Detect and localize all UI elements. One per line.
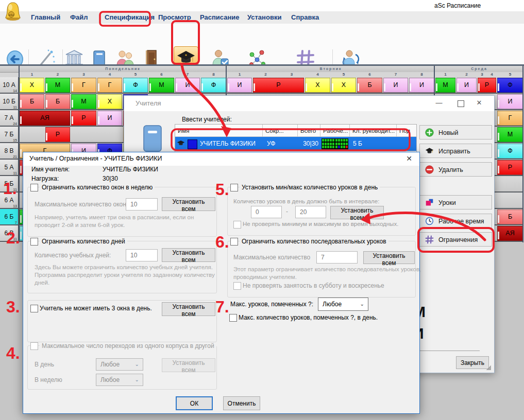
constraints-button[interactable]: Ограничения: [419, 232, 492, 247]
cancel-button[interactable]: Отменить: [223, 396, 260, 410]
col-header-name[interactable]: Имя: [175, 125, 263, 137]
timetable-cell[interactable]: И: [497, 94, 523, 109]
worktime-slot: [332, 139, 334, 142]
timetable-cell[interactable]: Х: [331, 78, 356, 93]
row-header-5Б[interactable]: 5 Б11: [0, 176, 19, 191]
per-day-select[interactable]: Любое⌄: [96, 358, 143, 371]
no-3-windows-checkbox[interactable]: [30, 305, 38, 312]
row-header-7Б[interactable]: 7 Б15: [0, 127, 19, 142]
menu-ustanovki[interactable]: Установки: [247, 13, 281, 21]
col-header-worktime[interactable]: Рабоче...: [320, 125, 350, 137]
timetable-cell[interactable]: И: [175, 78, 200, 93]
lessons-button[interactable]: Уроки: [419, 195, 492, 209]
min-lessons-input[interactable]: 0: [251, 206, 282, 218]
set-all-button[interactable]: Установить всем: [162, 197, 215, 211]
set-all-button[interactable]: Установить всем: [162, 248, 215, 262]
max-building-transfers-checkbox[interactable]: [30, 342, 38, 350]
timetable-cell[interactable]: Б: [357, 78, 382, 93]
max-marked-select[interactable]: Любое⌄: [318, 297, 368, 311]
timetable-cell[interactable]: М: [45, 78, 70, 93]
teacher-total: 30|30: [298, 140, 318, 147]
row-header-10А[interactable]: 10 А14: [0, 77, 19, 93]
delete-teacher-button[interactable]: Удалить: [419, 162, 492, 177]
min-max-lessons-checkbox[interactable]: [230, 184, 238, 191]
timetable-cell[interactable]: Х: [97, 94, 122, 109]
row-header-6Б[interactable]: 6 Б7: [0, 209, 19, 224]
timetable-cell[interactable]: Б: [45, 94, 70, 109]
skip-weekend-busy-checkbox[interactable]: [233, 282, 241, 290]
set-all-button[interactable]: Установить всем: [162, 302, 215, 316]
timetable-cell[interactable]: Х: [305, 78, 330, 93]
row-header-8В[interactable]: 8 В21: [0, 143, 19, 159]
timetable-cell[interactable]: И: [409, 78, 434, 93]
max-marked-per-day-checkbox[interactable]: [229, 314, 237, 322]
menu-fail[interactable]: Файл: [70, 13, 88, 21]
close-icon[interactable]: ✕: [404, 154, 414, 163]
max-lessons-input[interactable]: 20: [295, 206, 326, 218]
worktime-slot: [330, 146, 332, 148]
timetable-cell[interactable]: И: [457, 78, 477, 93]
dialog-titlebar[interactable]: Учитель / Ограничения - УЧИТЕЛЬ ФИЗИКИ ✕: [23, 152, 419, 166]
worktime-button[interactable]: Рабочее время: [419, 214, 492, 228]
timetable-cell[interactable]: Ф: [497, 78, 523, 93]
per-week-select[interactable]: Любое⌄: [96, 374, 143, 386]
limit-consecutive-checkbox[interactable]: [230, 238, 238, 246]
minimize-icon[interactable]: —: [431, 99, 447, 107]
ok-button[interactable]: ОК: [176, 396, 213, 410]
timetable-cell[interactable]: М: [435, 78, 455, 93]
new-teacher-button[interactable]: Новый: [419, 125, 492, 139]
timetable-cell[interactable]: Х: [20, 78, 44, 93]
timetable-cell[interactable]: Г: [71, 78, 96, 93]
timetable-cell[interactable]: Г: [97, 78, 122, 93]
timetable-cell[interactable]: Г: [497, 111, 523, 126]
timetable-cell[interactable]: Р: [497, 160, 523, 175]
col-header-homeroom[interactable]: Кл. руководит...: [350, 125, 397, 137]
menu-spravka[interactable]: Справка: [291, 13, 319, 21]
maximize-icon[interactable]: [458, 100, 464, 107]
limit-windows-week-checkbox[interactable]: [30, 184, 38, 191]
timetable-cell[interactable]: М: [71, 94, 96, 109]
teacher-row-selected[interactable]: УЧИТЕЛЬ ФИЗИКИ УФ 30|30 5 Б: [175, 137, 416, 151]
timetable-cell[interactable]: Р: [71, 111, 96, 126]
timetable-cell[interactable]: Р: [478, 78, 496, 93]
max-consecutive-input[interactable]: 7: [316, 251, 358, 264]
timetable-cell[interactable]: М: [149, 78, 174, 93]
menu-prosmotr[interactable]: Просмотр: [158, 13, 191, 21]
teachers-window-titlebar[interactable]: Учителя — ✕: [124, 96, 494, 111]
timetable-cell[interactable]: Р: [253, 78, 304, 93]
timetable-cell[interactable]: АЯ: [20, 111, 70, 126]
timetable-cell[interactable]: М: [497, 127, 523, 142]
timetable-cell[interactable]: И: [227, 78, 252, 93]
timetable-cell[interactable]: Б: [20, 94, 44, 109]
close-button[interactable]: Закрыть: [456, 356, 489, 369]
timetable-cell[interactable]: Ф: [123, 78, 148, 93]
set-all-button[interactable]: Установить всем: [330, 206, 384, 219]
col-header-abbr[interactable]: Сокр...: [263, 125, 298, 137]
edit-teacher-button[interactable]: Исправить: [419, 144, 492, 158]
resize-grip[interactable]: [486, 365, 491, 370]
limit-days-checkbox[interactable]: [30, 238, 38, 246]
close-icon[interactable]: ✕: [471, 99, 487, 107]
row-header-7А[interactable]: 7 А24: [0, 110, 19, 126]
col-header-total[interactable]: Всего: [298, 125, 320, 137]
timetable-cell[interactable]: Б: [497, 209, 523, 224]
timetable-cell[interactable]: И: [97, 111, 122, 126]
school-days-input[interactable]: 10: [126, 249, 158, 261]
timetable-cell[interactable]: Ф: [497, 144, 523, 159]
set-all-button[interactable]: Установить всем: [162, 358, 215, 372]
row-header-6А[interactable]: 6 А13: [0, 192, 19, 208]
menu-spetsifikatsiya[interactable]: Спецификация: [105, 13, 155, 21]
menu-raspisanie[interactable]: Расписание: [200, 13, 240, 21]
timetable-cell[interactable]: Ф: [201, 78, 226, 93]
timetable-cell[interactable]: АЯ: [497, 226, 523, 241]
row-header-10Б[interactable]: 10 Б11: [0, 94, 19, 109]
timetable-cell[interactable]: Р: [45, 127, 70, 142]
set-all-button[interactable]: Установить всем: [363, 251, 415, 264]
row-header-6В[interactable]: 6 В11: [0, 225, 19, 241]
row-header-5А[interactable]: 5 А11: [0, 160, 19, 175]
skip-weekend-minmax-checkbox[interactable]: [233, 221, 241, 229]
menu-glavny[interactable]: Главный: [31, 13, 60, 21]
col-header-approval[interactable]: Под: [397, 125, 416, 137]
max-windows-input[interactable]: 10: [126, 198, 158, 211]
timetable-cell[interactable]: И: [383, 78, 408, 93]
